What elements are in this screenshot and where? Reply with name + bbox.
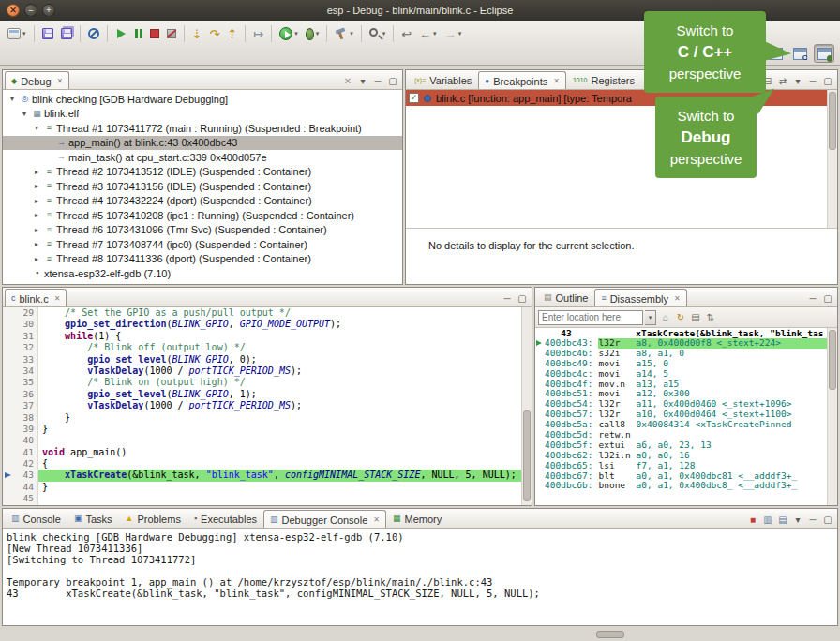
expander-icon[interactable]: ▸ bbox=[31, 211, 42, 219]
close-icon[interactable]: ✕ bbox=[553, 77, 560, 85]
tab-console[interactable]: ▥Console bbox=[5, 509, 68, 528]
code-editor[interactable]: 29 /* Set the GPIO as a push/pull output… bbox=[3, 307, 532, 505]
code-line[interactable]: 38 } bbox=[3, 412, 532, 424]
sync-selection-button[interactable]: ⇅ bbox=[703, 310, 718, 325]
expander-icon[interactable]: ▾ bbox=[31, 124, 42, 132]
breakpoints-scrollbar[interactable] bbox=[827, 90, 837, 228]
disassembly-line[interactable]: 400dbc4c:movi a14, 5 bbox=[535, 369, 837, 380]
tab-problems[interactable]: ▲Problems bbox=[119, 509, 188, 528]
expander-icon[interactable]: ▾ bbox=[7, 95, 18, 103]
expander-icon[interactable]: ▸ bbox=[31, 255, 42, 263]
minimize-button[interactable]: ─ bbox=[805, 291, 820, 306]
window-close-button[interactable]: ✕ bbox=[7, 4, 20, 17]
debug-tree[interactable]: ▾◎blink checking [GDB Hardware Debugging… bbox=[3, 90, 402, 284]
home-button[interactable]: ⌂ bbox=[658, 310, 673, 325]
instruction-stepping-button[interactable]: ↦ bbox=[250, 23, 266, 44]
maximize-button[interactable]: ▢ bbox=[385, 74, 400, 89]
tab-variables[interactable]: (x)=Variables bbox=[408, 70, 478, 89]
window-minimize-button[interactable]: – bbox=[24, 4, 38, 17]
view-menu-button[interactable]: ▾ bbox=[355, 74, 370, 89]
tab-tasks[interactable]: ▣Tasks bbox=[68, 509, 119, 528]
expander-icon[interactable]: ▾ bbox=[19, 110, 30, 118]
build-button[interactable]: ▾ bbox=[332, 23, 356, 44]
code-line[interactable]: 40 bbox=[3, 435, 532, 446]
terminate-button[interactable]: ■ bbox=[745, 513, 760, 528]
debug-tree-item[interactable]: ▾◎blink checking [GDB Hardware Debugging… bbox=[3, 92, 402, 107]
search-button[interactable]: ▾ bbox=[367, 23, 389, 44]
disassembly-line[interactable]: 400dbc6b:bnone a0, a1, 0x400dbc8_ <__add… bbox=[535, 481, 837, 491]
disassembly-scrollbar-thumb[interactable] bbox=[829, 330, 836, 390]
close-icon[interactable]: ✕ bbox=[54, 294, 61, 303]
debug-tree-item[interactable]: ▸≡Thread #3 1073413156 (IDLE) (Suspended… bbox=[3, 179, 402, 194]
tab-breakpoints[interactable]: ●Breakpoints✕ bbox=[478, 71, 566, 90]
disassembly-content[interactable]: 43 xTaskCreate(&blink_task, "blink_tas40… bbox=[535, 328, 837, 505]
step-into-button[interactable]: ⇣ bbox=[189, 23, 205, 44]
debug-tree-item[interactable]: ▸≡Thread #4 1073432224 (dport) (Suspende… bbox=[3, 194, 402, 209]
display-selected-console-button[interactable]: ▥ bbox=[760, 513, 775, 528]
save-all-button[interactable] bbox=[58, 23, 75, 44]
debug-tree-item[interactable]: ▾≡Thread #1 1073411772 (main : Running) … bbox=[3, 121, 402, 136]
window-maximize-button[interactable]: + bbox=[42, 4, 55, 17]
close-icon[interactable]: ✕ bbox=[674, 294, 681, 303]
maximize-button[interactable]: ▢ bbox=[820, 513, 835, 528]
maximize-button[interactable]: ▢ bbox=[820, 291, 835, 306]
close-icon[interactable]: ✕ bbox=[373, 515, 380, 524]
location-dropdown-icon[interactable]: ▾ bbox=[645, 310, 656, 325]
code-line[interactable]: 36 gpio_set_level(BLINK_GPIO, 1); bbox=[3, 389, 532, 400]
suspend-button[interactable] bbox=[132, 23, 145, 44]
expander-icon[interactable]: ▸ bbox=[31, 182, 42, 190]
minimize-button[interactable]: ─ bbox=[805, 74, 820, 89]
tab-registers[interactable]: 1010Registers bbox=[566, 70, 641, 89]
code-line[interactable]: 43 xTaskCreate(&blink_task, "blink_task"… bbox=[3, 470, 532, 481]
close-icon[interactable]: ✕ bbox=[57, 77, 64, 85]
expander-icon[interactable]: ▸ bbox=[31, 197, 42, 205]
debug-tree-item[interactable]: →main_task() at cpu_start.c:339 0x400d05… bbox=[3, 150, 402, 165]
refresh-button[interactable]: ↻ bbox=[673, 310, 688, 325]
resume-button[interactable] bbox=[112, 23, 130, 44]
code-line[interactable]: 44} bbox=[3, 482, 532, 493]
editor-scrollbar-thumb[interactable] bbox=[523, 410, 531, 501]
code-line[interactable]: 42{ bbox=[3, 458, 532, 470]
disassembly-line[interactable]: 400dbc65:lsi f7, a1, 128 bbox=[535, 461, 837, 471]
expander-icon[interactable]: ▸ bbox=[31, 240, 42, 248]
breakpoints-list[interactable]: ✓blink.c [function: app_main] [type: Tem… bbox=[406, 90, 837, 228]
tab-disassembly[interactable]: ≡Disassembly✕ bbox=[594, 289, 686, 307]
maximize-button[interactable]: ▢ bbox=[820, 74, 835, 89]
step-over-button[interactable]: ↷ bbox=[206, 23, 222, 44]
horizontal-scrollbar-thumb[interactable] bbox=[596, 631, 624, 638]
save-button[interactable] bbox=[39, 23, 56, 44]
debug-perspective-button[interactable] bbox=[814, 44, 834, 63]
back-button[interactable]: ←▾ bbox=[416, 23, 440, 44]
new-wizard-button[interactable]: ▾ bbox=[5, 23, 29, 44]
code-line[interactable]: 30 gpio_set_direction(BLINK_GPIO, GPIO_M… bbox=[3, 319, 532, 330]
tab-outline[interactable]: ▤Outline bbox=[537, 288, 594, 306]
tab-blink-c[interactable]: cblink.c✕ bbox=[5, 289, 67, 307]
debug-button[interactable]: ▾ bbox=[303, 23, 322, 44]
view-menu-button[interactable]: ▾ bbox=[790, 513, 805, 528]
minimize-button[interactable]: ─ bbox=[805, 513, 820, 528]
minimize-button[interactable]: ─ bbox=[370, 74, 385, 89]
code-line[interactable]: 35 /* Blink on (output high) */ bbox=[3, 377, 532, 388]
open-console-button[interactable]: ▤ bbox=[775, 513, 790, 528]
tab-debug[interactable]: ◆Debug✕ bbox=[5, 71, 69, 90]
view-menu-button[interactable]: ▾ bbox=[790, 74, 805, 89]
breakpoint-checkbox[interactable]: ✓ bbox=[409, 93, 419, 103]
expander-icon[interactable]: ▸ bbox=[31, 168, 42, 176]
maximize-button[interactable]: ▢ bbox=[515, 291, 530, 306]
last-edit-location-button[interactable]: ↩ bbox=[398, 23, 414, 44]
code-line[interactable]: 31 while(1) { bbox=[3, 331, 532, 342]
step-return-button[interactable]: ⇡ bbox=[224, 23, 240, 44]
code-line[interactable]: 32 /* Blink off (output low) */ bbox=[3, 342, 532, 353]
forward-button[interactable]: →▾ bbox=[442, 23, 465, 44]
debug-tree-item[interactable]: →app_main() at blink.c:43 0x400dbc43 bbox=[3, 136, 402, 151]
debug-tree-item[interactable]: ▪xtensa-esp32-elf-gdb (7.10) bbox=[3, 266, 402, 281]
breakpoints-scrollbar-thumb[interactable] bbox=[829, 92, 836, 150]
console-output[interactable]: blink checking [GDB Hardware Debugging] … bbox=[3, 529, 837, 625]
remove-all-terminated-button[interactable]: ✕ bbox=[340, 74, 355, 89]
run-button[interactable]: ▾ bbox=[277, 23, 301, 44]
terminate-button[interactable] bbox=[147, 23, 162, 44]
code-line[interactable]: 33 gpio_set_level(BLINK_GPIO, 0); bbox=[3, 354, 532, 365]
show-source-button[interactable]: ▤ bbox=[688, 310, 703, 325]
expander-icon[interactable]: ▸ bbox=[31, 226, 42, 234]
code-line[interactable]: 37 vTaskDelay(1000 / portTICK_PERIOD_MS)… bbox=[3, 400, 532, 411]
